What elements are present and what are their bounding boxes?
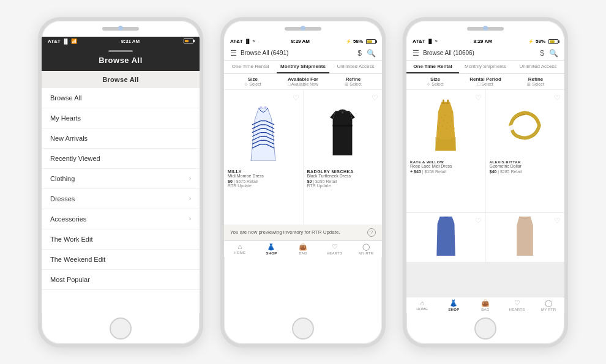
name-kate: Rose Lace Midi Dress [410,164,482,168]
menu-item-new-arrivals[interactable]: New Arrivals [42,128,200,149]
menu-item-weekend-edit[interactable]: The Weekend Edit [42,250,200,270]
filter-avail-sub-2: □ Available Now [279,82,327,86]
nav-home-3[interactable]: ⌂ HOME [406,299,438,311]
filter-refine-sub-2: ⊞ Select [329,82,377,87]
heart-icon-blue2[interactable]: ♡ [475,217,482,225]
dress-gold-svg [430,94,461,158]
nav-bag-2[interactable]: 👜 BAG [287,243,319,255]
name-milly: Midi Monroe Dress [228,174,299,178]
svg-point-27 [449,116,450,117]
price-alexis: $40 | $285 Retail [490,169,561,174]
nav-home-label-2: HOME [234,251,245,254]
menu-item-accessories[interactable]: Accessories › [42,209,200,229]
header-icons-2: $ 🔍 [357,49,376,58]
menu-item-clothing[interactable]: Clothing › [42,169,200,189]
heart-icon-kate[interactable]: ♡ [475,94,482,102]
menu-item-label: Most Popular [50,276,90,283]
menu-item-work-edit[interactable]: The Work Edit [42,229,200,250]
menu-item-label: The Weekend Edit [50,256,105,263]
hamburger-icon-2[interactable]: ☰ [230,49,237,58]
svg-point-34 [446,128,447,129]
retail-price-badgley: | $295 Retail [313,179,337,184]
menu-item-label: Dresses [50,195,75,202]
home-icon-2: ⌂ [238,243,242,250]
nav-shop-2[interactable]: 👗 SHOP [256,243,288,255]
dollar-icon-3[interactable]: $ [540,49,544,58]
tab-monthly-shipments-3[interactable]: Monthly Shipments [459,61,512,73]
product-card-milly[interactable]: ♡ [224,90,303,225]
filter-available-for-2[interactable]: Available For □ Available Now [279,76,327,87]
tab-unlimited-access-2[interactable]: Unlimited Access [329,61,382,73]
status-bar-2: AT&T ▐▌ ≈ 8:29 AM ⚡ 58% [224,37,382,46]
nav-hearts-2[interactable]: ♡ HEARTS [319,243,351,255]
help-icon-2[interactable]: ? [367,228,376,237]
preview-banner-2: You are now previewing inventory for RTR… [224,225,382,240]
phone-2-screen: AT&T ▐▌ ≈ 8:29 AM ⚡ 58% ☰ Browse All (64… [224,37,382,313]
time-1: 8:31 AM [121,39,140,44]
hamburger-icon-3[interactable]: ☰ [413,49,419,58]
tab-one-time-rental-2[interactable]: One-Time Rental [224,61,277,73]
filter-refine-2[interactable]: Refine ⊞ Select [329,76,377,87]
nav-myrtr-3[interactable]: ◯ MY RTR [533,299,564,311]
heart-icon-alexis[interactable]: ♡ [554,94,561,102]
home-button-2[interactable] [292,318,314,340]
price-badgley: $0 | $295 Retail RTR Update [307,179,379,188]
heart-icon-milly[interactable]: ♡ [293,94,299,102]
battery-percent-2: 58% [353,39,363,44]
product-card-badgley[interactable]: ♡ [304,90,383,225]
product-image-alexis [490,94,561,158]
filter-size-3[interactable]: Size ⊹ Select [411,76,459,87]
tab-monthly-shipments-2[interactable]: Monthly Shipments [277,61,329,73]
menu-item-my-hearts[interactable]: My Hearts [42,108,200,128]
products-grid-2: ♡ [224,90,382,225]
tab-unlimited-access-3[interactable]: Unlimited Access [512,61,564,73]
tab-one-time-rental-3[interactable]: One-Time Rental [406,61,459,73]
heart-icon-cami[interactable]: ♡ [554,217,561,225]
filter-refine-3[interactable]: Refine ⊞ Select [512,76,559,87]
svg-point-32 [438,128,440,129]
bag-icon-2: 👜 [299,243,307,251]
nav-myrtr-label-2: MY RTR [359,251,374,255]
header-bar [108,50,133,52]
brand-milly: MILLY [228,169,299,174]
filter-size-2[interactable]: Size ⊹ Select [229,76,277,87]
header-icons-3: $ 🔍 [540,49,558,58]
product-card-blue2[interactable]: ♡ [406,213,485,262]
svg-rect-22 [264,106,267,108]
menu-item-label: The Work Edit [50,236,93,243]
home-button-1[interactable] [110,318,132,340]
preview-text-2: You are now previewing inventory for RTR… [230,229,340,235]
phone1-header: Browse All [42,46,200,71]
header-title-2: Browse All (6491) [241,50,357,56]
filter-rental-period-3[interactable]: Rental Period □ Select [462,76,509,87]
home-icon-3: ⌂ [420,299,424,306]
filter-period-label-3: Rental Period [462,76,509,82]
nav-bag-3[interactable]: 👜 BAG [469,299,501,311]
app-header-2: ☰ Browse All (6491) $ 🔍 [224,46,382,61]
brand-badgley: BADGLEY MISCHKA [307,169,379,174]
rental-price-kate: + $45 [410,169,421,174]
menu-item-label: New Arrivals [50,135,88,142]
menu-item-recently-viewed[interactable]: Recently Viewed [42,149,200,169]
time-2: 8:29 AM [291,39,310,44]
home-button-3[interactable] [474,318,496,340]
nav-myrtr-2[interactable]: ◯ MY RTR [350,243,382,255]
menu-item-dresses[interactable]: Dresses › [42,189,200,209]
product-card-alexis[interactable]: ♡ [486,90,565,212]
svg-point-28 [440,122,441,124]
search-icon-3[interactable]: 🔍 [549,49,558,58]
nav-hearts-3[interactable]: ♡ HEARTS [501,299,533,311]
retail-price-milly: | $675 Retail [234,179,258,184]
product-card-cami[interactable]: ♡ [486,213,565,262]
menu-item-browse-all[interactable]: Browse All [42,88,200,108]
menu-item-most-popular[interactable]: Most Popular [42,270,200,290]
nav-shop-3[interactable]: 👗 SHOP [438,299,470,311]
update-badgley: RTR Update [307,184,331,188]
wifi-icon-2: ≈ [253,39,255,43]
product-card-kate-willow[interactable]: ♡ [406,90,485,212]
heart-icon-badgley[interactable]: ♡ [372,94,378,102]
search-icon-2[interactable]: 🔍 [367,49,376,58]
status-left-2: AT&T ▐▌ ≈ [230,39,255,44]
dollar-icon-2[interactable]: $ [357,49,362,58]
nav-home-2[interactable]: ⌂ HOME [224,243,256,255]
